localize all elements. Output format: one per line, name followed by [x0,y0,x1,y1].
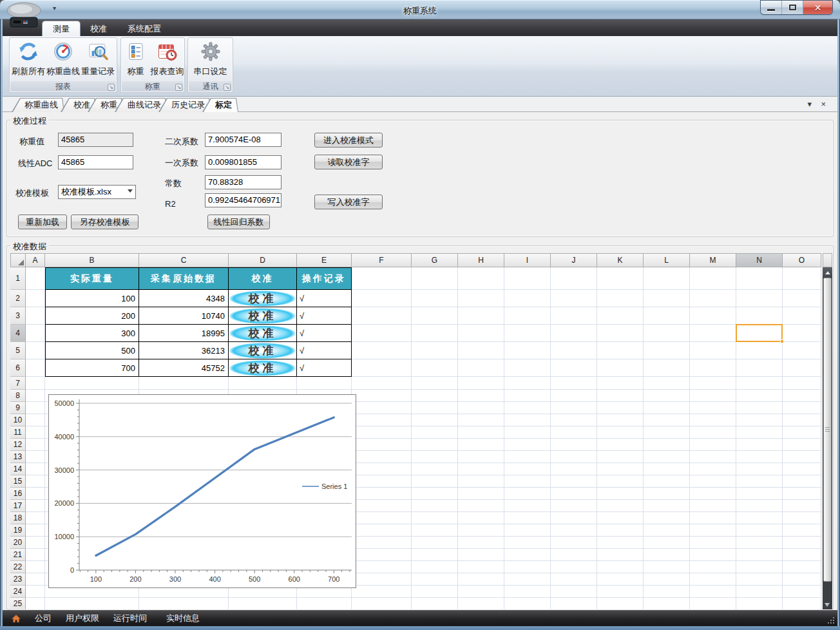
cell-F21[interactable] [352,549,412,561]
cell-N6[interactable] [736,359,783,377]
cell-F4[interactable] [352,325,412,342]
cell-O24[interactable] [783,586,821,598]
cell-J12[interactable] [551,439,597,451]
cell-E6[interactable]: √ [297,359,352,377]
cell-H25[interactable] [458,598,504,609]
cell-N23[interactable] [736,573,783,586]
cell-N18[interactable] [736,512,783,524]
cell-A19[interactable] [26,524,45,537]
dialog-launcher-icon[interactable]: ↘ [224,84,231,91]
cell-N2[interactable] [736,290,783,307]
cell-O11[interactable] [783,426,821,439]
cell-G14[interactable] [412,463,458,475]
cell-A18[interactable] [26,512,45,524]
column-header-L[interactable]: L [644,253,690,267]
cell-M12[interactable] [690,439,736,451]
row-header-22[interactable]: 22 [10,561,26,573]
tab-weighing-curve[interactable]: 称重曲线 [12,98,64,112]
column-header-D[interactable]: D [229,253,297,267]
cell-N10[interactable] [736,414,783,426]
cell-A8[interactable] [26,390,45,402]
row-header-17[interactable]: 17 [10,500,26,512]
cell-C25[interactable] [139,598,229,609]
cell-G1[interactable] [412,267,458,290]
tab-list-dropdown-icon[interactable]: ▾ [807,99,812,109]
cell-B1[interactable]: 实际重量 [45,267,139,290]
cell-I25[interactable] [504,598,551,609]
cell-F7[interactable] [352,377,412,390]
cell-O20[interactable] [783,537,821,549]
cell-K23[interactable] [597,573,644,586]
cell-H1[interactable] [458,267,504,290]
cell-J17[interactable] [551,500,597,512]
cell-G7[interactable] [412,377,458,390]
cell-H11[interactable] [458,426,504,439]
cell-I15[interactable] [504,475,551,488]
cell-F12[interactable] [352,439,412,451]
cell-F13[interactable] [352,451,412,463]
cell-F18[interactable] [352,512,412,524]
cell-F15[interactable] [352,475,412,488]
cell-H10[interactable] [458,414,504,426]
cell-I7[interactable] [504,377,551,390]
cell-K8[interactable] [597,390,644,402]
cell-I1[interactable] [504,267,551,290]
cell-G22[interactable] [412,561,458,573]
column-header-I[interactable]: I [504,253,551,267]
column-header-H[interactable]: H [458,253,504,267]
row-header-2[interactable]: 2 [10,290,26,307]
cell-I5[interactable] [504,342,551,359]
cell-K21[interactable] [597,549,644,561]
cell-M9[interactable] [690,402,736,414]
cell-A15[interactable] [26,475,45,488]
cell-G5[interactable] [412,342,458,359]
column-header-K[interactable]: K [597,253,644,267]
cell-N12[interactable] [736,439,783,451]
cell-A16[interactable] [26,488,45,500]
cell-G10[interactable] [412,414,458,426]
cell-A25[interactable] [26,598,45,609]
calibrate-cell-button[interactable]: 校准 [229,308,296,324]
cell-F24[interactable] [352,586,412,598]
cell-K24[interactable] [597,586,644,598]
cell-D6[interactable]: 校准 [229,359,297,377]
cell-L14[interactable] [644,463,690,475]
cell-F19[interactable] [352,524,412,537]
constant-field[interactable]: 70.88328 [205,175,282,189]
row-header-19[interactable]: 19 [10,524,26,537]
cell-L5[interactable] [644,342,690,359]
cell-K4[interactable] [597,325,644,342]
cell-F1[interactable] [352,267,412,290]
cell-L23[interactable] [644,573,690,586]
cell-F25[interactable] [352,598,412,609]
resize-grip-icon[interactable] [827,616,835,624]
linear-adc-field[interactable]: 45865 [58,155,133,169]
cell-G20[interactable] [412,537,458,549]
column-header-N[interactable]: N [736,253,783,267]
cell-L7[interactable] [644,377,690,390]
cell-J1[interactable] [551,267,597,290]
cell-F5[interactable] [352,342,412,359]
calibrate-cell-button[interactable]: 校准 [229,291,296,307]
cell-M1[interactable] [690,267,736,290]
cell-M25[interactable] [690,598,736,609]
cell-K20[interactable] [597,537,644,549]
cell-I4[interactable] [504,325,551,342]
cell-B4[interactable]: 300 [45,325,139,342]
cell-F20[interactable] [352,537,412,549]
cell-L21[interactable] [644,549,690,561]
cell-A9[interactable] [26,402,45,414]
cell-M19[interactable] [690,524,736,537]
cell-O15[interactable] [783,475,821,488]
cell-M23[interactable] [690,573,736,586]
cell-I23[interactable] [504,573,551,586]
cell-M17[interactable] [690,500,736,512]
calibrate-cell-button[interactable]: 校准 [229,325,296,341]
scroll-down-button[interactable] [825,603,830,607]
cell-L19[interactable] [644,524,690,537]
close-button[interactable]: ✕ [803,1,832,14]
cell-A23[interactable] [26,573,45,586]
cell-A12[interactable] [26,439,45,451]
cell-A13[interactable] [26,451,45,463]
cell-L22[interactable] [644,561,690,573]
